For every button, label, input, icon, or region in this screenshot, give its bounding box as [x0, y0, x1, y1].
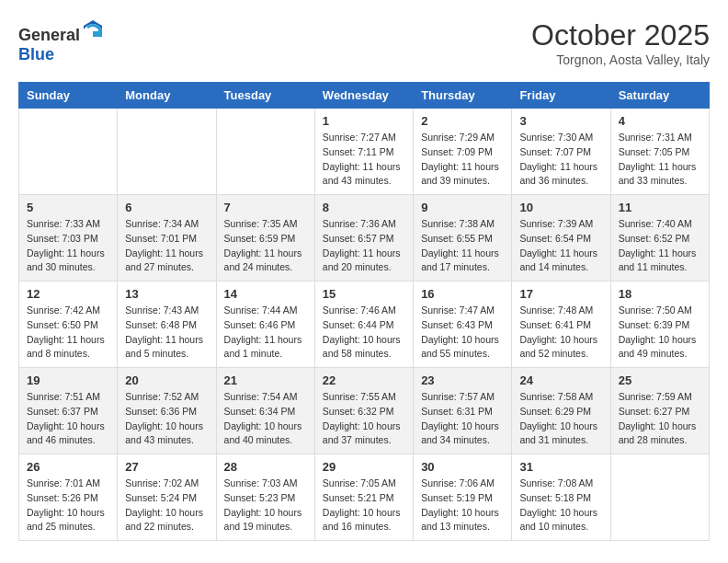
day-info: Sunrise: 7:38 AMSunset: 6:55 PMDaylight:… — [421, 217, 504, 275]
calendar-cell: 19Sunrise: 7:51 AMSunset: 6:37 PMDayligh… — [19, 368, 118, 454]
logo-general: General — [18, 26, 80, 44]
day-number: 30 — [421, 460, 504, 474]
calendar-cell: 13Sunrise: 7:43 AMSunset: 6:48 PMDayligh… — [118, 282, 216, 368]
day-number: 18 — [619, 287, 701, 301]
day-info: Sunrise: 7:06 AMSunset: 5:19 PMDaylight:… — [421, 477, 504, 534]
calendar-cell: 7Sunrise: 7:35 AMSunset: 6:59 PMDaylight… — [216, 195, 314, 282]
day-info: Sunrise: 7:39 AMSunset: 6:54 PMDaylight:… — [519, 217, 602, 275]
calendar-cell — [216, 109, 314, 195]
calendar-cell: 9Sunrise: 7:38 AMSunset: 6:55 PMDaylight… — [414, 195, 512, 282]
column-header-wednesday: Wednesday — [314, 83, 413, 109]
calendar-cell: 3Sunrise: 7:30 AMSunset: 7:07 PMDaylight… — [512, 109, 610, 195]
calendar-week-1: 1Sunrise: 7:27 AMSunset: 7:11 PMDaylight… — [19, 109, 710, 195]
column-header-saturday: Saturday — [610, 83, 709, 109]
page-header: General Blue October 2025 Torgnon, Aosta… — [18, 18, 710, 67]
day-info: Sunrise: 7:01 AMSunset: 5:26 PMDaylight:… — [27, 477, 109, 534]
day-info: Sunrise: 7:46 AMSunset: 6:44 PMDaylight:… — [323, 304, 405, 362]
day-number: 19 — [27, 373, 109, 387]
calendar-cell: 24Sunrise: 7:58 AMSunset: 6:29 PMDayligh… — [512, 368, 610, 454]
day-info: Sunrise: 7:08 AMSunset: 5:18 PMDaylight:… — [519, 477, 602, 534]
calendar-cell: 27Sunrise: 7:02 AMSunset: 5:24 PMDayligh… — [118, 454, 216, 541]
calendar-cell: 21Sunrise: 7:54 AMSunset: 6:34 PMDayligh… — [216, 368, 314, 454]
day-number: 20 — [125, 373, 208, 387]
day-number: 15 — [323, 287, 405, 301]
day-info: Sunrise: 7:02 AMSunset: 5:24 PMDaylight:… — [125, 477, 208, 534]
day-info: Sunrise: 7:05 AMSunset: 5:21 PMDaylight:… — [323, 477, 405, 534]
day-info: Sunrise: 7:34 AMSunset: 7:01 PMDaylight:… — [125, 217, 208, 275]
calendar-cell: 8Sunrise: 7:36 AMSunset: 6:57 PMDaylight… — [314, 195, 413, 282]
day-info: Sunrise: 7:35 AMSunset: 6:59 PMDaylight:… — [224, 217, 307, 275]
location: Torgnon, Aosta Valley, Italy — [531, 52, 710, 67]
day-number: 7 — [224, 201, 307, 214]
day-number: 13 — [125, 287, 208, 301]
day-info: Sunrise: 7:36 AMSunset: 6:57 PMDaylight:… — [323, 217, 405, 275]
calendar-cell: 15Sunrise: 7:46 AMSunset: 6:44 PMDayligh… — [314, 282, 413, 368]
day-number: 3 — [519, 114, 602, 128]
calendar-cell: 2Sunrise: 7:29 AMSunset: 7:09 PMDaylight… — [414, 109, 512, 195]
logo: General Blue — [18, 18, 104, 64]
day-number: 9 — [421, 201, 504, 214]
day-number: 14 — [224, 287, 307, 301]
day-number: 2 — [421, 114, 504, 128]
day-info: Sunrise: 7:58 AMSunset: 6:29 PMDaylight:… — [519, 390, 602, 448]
day-number: 24 — [519, 373, 602, 387]
day-info: Sunrise: 7:47 AMSunset: 6:43 PMDaylight:… — [421, 304, 504, 362]
calendar-cell: 23Sunrise: 7:57 AMSunset: 6:31 PMDayligh… — [414, 368, 512, 454]
calendar-week-5: 26Sunrise: 7:01 AMSunset: 5:26 PMDayligh… — [19, 454, 710, 541]
day-info: Sunrise: 7:42 AMSunset: 6:50 PMDaylight:… — [27, 304, 109, 362]
column-header-friday: Friday — [512, 83, 610, 109]
title-area: October 2025 Torgnon, Aosta Valley, Ital… — [531, 18, 710, 67]
day-number: 10 — [519, 201, 602, 214]
day-info: Sunrise: 7:29 AMSunset: 7:09 PMDaylight:… — [421, 131, 504, 189]
day-number: 16 — [421, 287, 504, 301]
calendar-cell — [118, 109, 216, 195]
day-number: 23 — [421, 373, 504, 387]
calendar-cell: 11Sunrise: 7:40 AMSunset: 6:52 PMDayligh… — [610, 195, 709, 282]
day-info: Sunrise: 7:40 AMSunset: 6:52 PMDaylight:… — [619, 217, 701, 275]
calendar-cell: 18Sunrise: 7:50 AMSunset: 6:39 PMDayligh… — [610, 282, 709, 368]
logo-blue: Blue — [18, 45, 54, 63]
column-header-tuesday: Tuesday — [216, 83, 314, 109]
calendar-cell: 29Sunrise: 7:05 AMSunset: 5:21 PMDayligh… — [314, 454, 413, 541]
calendar-cell: 14Sunrise: 7:44 AMSunset: 6:46 PMDayligh… — [216, 282, 314, 368]
day-number: 5 — [27, 201, 109, 214]
day-number: 31 — [519, 460, 602, 474]
calendar-cell: 6Sunrise: 7:34 AMSunset: 7:01 PMDaylight… — [118, 195, 216, 282]
calendar-cell — [610, 454, 709, 541]
calendar-cell — [19, 109, 118, 195]
day-info: Sunrise: 7:44 AMSunset: 6:46 PMDaylight:… — [224, 304, 307, 362]
day-number: 29 — [323, 460, 405, 474]
day-info: Sunrise: 7:50 AMSunset: 6:39 PMDaylight:… — [619, 304, 701, 362]
day-number: 21 — [224, 373, 307, 387]
day-number: 8 — [323, 201, 405, 214]
calendar-cell: 31Sunrise: 7:08 AMSunset: 5:18 PMDayligh… — [512, 454, 610, 541]
calendar-cell: 10Sunrise: 7:39 AMSunset: 6:54 PMDayligh… — [512, 195, 610, 282]
calendar-cell: 1Sunrise: 7:27 AMSunset: 7:11 PMDaylight… — [314, 109, 413, 195]
day-number: 1 — [323, 114, 405, 128]
day-number: 26 — [27, 460, 109, 474]
calendar-cell: 5Sunrise: 7:33 AMSunset: 7:03 PMDaylight… — [19, 195, 118, 282]
day-info: Sunrise: 7:27 AMSunset: 7:11 PMDaylight:… — [323, 131, 405, 189]
day-number: 22 — [323, 373, 405, 387]
logo-icon — [82, 18, 104, 40]
day-number: 28 — [224, 460, 307, 474]
calendar-week-3: 12Sunrise: 7:42 AMSunset: 6:50 PMDayligh… — [19, 282, 710, 368]
column-header-thursday: Thursday — [414, 83, 512, 109]
month-title: October 2025 — [531, 18, 710, 52]
day-info: Sunrise: 7:59 AMSunset: 6:27 PMDaylight:… — [619, 390, 701, 448]
day-number: 25 — [619, 373, 701, 387]
calendar-cell: 4Sunrise: 7:31 AMSunset: 7:05 PMDaylight… — [610, 109, 709, 195]
day-info: Sunrise: 7:55 AMSunset: 6:32 PMDaylight:… — [323, 390, 405, 448]
calendar-cell: 30Sunrise: 7:06 AMSunset: 5:19 PMDayligh… — [414, 454, 512, 541]
day-info: Sunrise: 7:31 AMSunset: 7:05 PMDaylight:… — [619, 131, 701, 189]
calendar-cell: 26Sunrise: 7:01 AMSunset: 5:26 PMDayligh… — [19, 454, 118, 541]
day-info: Sunrise: 7:57 AMSunset: 6:31 PMDaylight:… — [421, 390, 504, 448]
day-info: Sunrise: 7:48 AMSunset: 6:41 PMDaylight:… — [519, 304, 602, 362]
calendar-header: SundayMondayTuesdayWednesdayThursdayFrid… — [19, 83, 710, 109]
day-info: Sunrise: 7:52 AMSunset: 6:36 PMDaylight:… — [125, 390, 208, 448]
day-info: Sunrise: 7:33 AMSunset: 7:03 PMDaylight:… — [27, 217, 109, 275]
day-number: 12 — [27, 287, 109, 301]
calendar-cell: 25Sunrise: 7:59 AMSunset: 6:27 PMDayligh… — [610, 368, 709, 454]
calendar-week-2: 5Sunrise: 7:33 AMSunset: 7:03 PMDaylight… — [19, 195, 710, 282]
day-number: 4 — [619, 114, 701, 128]
